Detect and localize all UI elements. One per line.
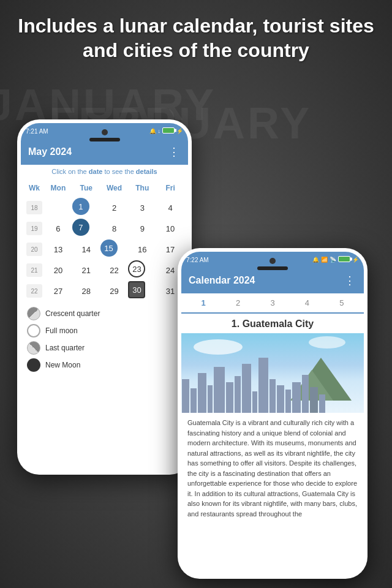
day-22[interactable]: 22 [100, 260, 129, 280]
phone1-time: 7:21 AM [26, 128, 48, 135]
phone2-menu-icon[interactable]: ⋮ [344, 274, 356, 287]
crescent-label: Crescent quarter [45, 309, 100, 318]
phone1-status-icons: 🔔 ↓ ⚡ [149, 127, 184, 135]
calendar-week-19: 19 6 7 8 9 10 [24, 219, 184, 238]
day-6[interactable]: 6 [44, 219, 72, 238]
building-17 [319, 394, 325, 413]
col-wk: Wk [24, 181, 44, 195]
day-30[interactable]: 30 [128, 281, 145, 298]
building-14 [292, 382, 301, 413]
phone1-calendar-title: May 2024 [28, 146, 72, 157]
day-10[interactable]: 10 [156, 219, 184, 238]
day-16[interactable]: 16 [128, 239, 156, 259]
day-9[interactable]: 9 [128, 219, 156, 238]
tab-3[interactable]: 3 [255, 293, 290, 312]
calendar-grid: Wk Mon Tue Wed Thu Fri 18 1 2 3 4 19 6 7 [21, 178, 188, 301]
col-wed: Wed [100, 181, 129, 195]
phone2-device: 7:22 AM 🔔 📶 📡 ⚡ Calendar 2024 ⋮ 1 2 3 4 … [178, 248, 368, 579]
phone2-calendar-title: Calendar 2024 [189, 275, 255, 286]
moon-legend: Crescent quarter Full moon Last quarter … [21, 302, 188, 380]
phone1-header-bar: May 2024 ⋮ [21, 139, 188, 165]
last-quarter-icon [27, 341, 40, 355]
day-2[interactable]: 2 [100, 198, 129, 217]
legend-full-moon: Full moon [27, 324, 182, 337]
day-empty [44, 198, 72, 217]
day-14[interactable]: 14 [72, 239, 100, 259]
day-20[interactable]: 20 [44, 260, 72, 280]
building-15 [302, 375, 309, 413]
legend-new-moon: New Moon [27, 358, 182, 372]
day-28[interactable]: 28 [72, 281, 100, 301]
calendar-hint: Click on the date to see the details [21, 165, 188, 178]
tab-1[interactable]: 1 [186, 293, 221, 314]
col-thu: Thu [128, 181, 156, 195]
phone2-signal-icon: 📶 [321, 257, 328, 263]
tab-4[interactable]: 4 [290, 293, 324, 312]
phone2-header-bar: Calendar 2024 ⋮ [181, 268, 364, 293]
building-7 [235, 376, 241, 413]
phone2-screen: 7:22 AM 🔔 📶 📡 ⚡ Calendar 2024 ⋮ 1 2 3 4 … [181, 252, 364, 575]
col-mon: Mon [44, 181, 72, 195]
clouds-left [194, 339, 243, 355]
day-8[interactable]: 8 [100, 219, 129, 238]
calendar-week-22: 22 27 28 29 30 31 [24, 281, 184, 301]
day-29[interactable]: 29 [100, 281, 129, 301]
phone2-battery [338, 256, 350, 263]
tab-2[interactable]: 2 [221, 293, 255, 312]
day-15[interactable]: 15 [100, 239, 118, 257]
tabs-row: 1 2 3 4 5 [181, 293, 364, 314]
day-1[interactable]: 1 [72, 198, 89, 215]
crescent-icon [27, 307, 40, 320]
tab-5[interactable]: 5 [325, 293, 359, 312]
phone1-alarm-icon: 🔔 [149, 128, 156, 134]
phone2-wifi-icon: 📡 [330, 257, 336, 263]
legend-last-quarter: Last quarter [27, 341, 182, 355]
building-9 [252, 391, 257, 413]
building-5 [214, 367, 225, 413]
building-1 [182, 379, 189, 413]
city-description: Guatemala City is a vibrant and cultural… [181, 413, 364, 524]
new-moon-label: New Moon [45, 361, 80, 369]
phone1-device: 7:21 AM 🔔 ↓ ⚡ May 2024 ⋮ Click on the da… [17, 119, 192, 475]
day-4[interactable]: 4 [156, 198, 184, 217]
building-8 [242, 364, 251, 413]
phone1-bolt-icon: ⚡ [176, 128, 183, 134]
phone1-speaker [89, 138, 120, 141]
building-4 [208, 385, 213, 413]
wk-18: 18 [24, 198, 44, 217]
building-11 [270, 379, 276, 413]
calendar-week-20: 20 13 14 15 16 17 [24, 239, 184, 259]
phone2-status-icons: 🔔 📶 📡 ⚡ [312, 256, 359, 263]
day-13[interactable]: 13 [44, 239, 72, 259]
full-moon-icon [27, 324, 40, 337]
day-7[interactable]: 7 [72, 219, 89, 236]
phone1-download-icon: ↓ [158, 128, 161, 134]
wk-19: 19 [24, 219, 44, 238]
day-21[interactable]: 21 [72, 260, 100, 280]
promo-headline: Includes a lunar calendar, tourist sites… [0, 13, 392, 62]
building-3 [198, 373, 206, 413]
building-12 [277, 385, 284, 413]
phone2-camera [270, 258, 276, 264]
last-quarter-label: Last quarter [45, 344, 85, 352]
phone2-time: 7:22 AM [186, 257, 209, 263]
phone1-camera [102, 129, 108, 135]
col-fri: Fri [156, 181, 184, 195]
day-27[interactable]: 27 [44, 281, 72, 301]
phone2-speaker [257, 266, 288, 270]
col-tue: Tue [72, 181, 100, 195]
wk-21: 21 [24, 260, 44, 280]
new-moon-icon [27, 358, 40, 372]
city-buildings [181, 358, 364, 413]
day-23[interactable]: 23 [128, 260, 145, 277]
wk-22: 22 [24, 281, 44, 301]
phone2-bolt: ⚡ [352, 257, 359, 263]
legend-crescent: Crescent quarter [27, 307, 182, 320]
clouds-right [309, 336, 345, 349]
day-17[interactable]: 17 [156, 239, 184, 259]
calendar-header-row: Wk Mon Tue Wed Thu Fri [24, 178, 184, 195]
calendar-week-18: 18 1 2 3 4 [24, 198, 184, 217]
building-6 [226, 382, 233, 413]
day-3[interactable]: 3 [128, 198, 156, 217]
phone1-menu-icon[interactable]: ⋮ [168, 145, 181, 159]
